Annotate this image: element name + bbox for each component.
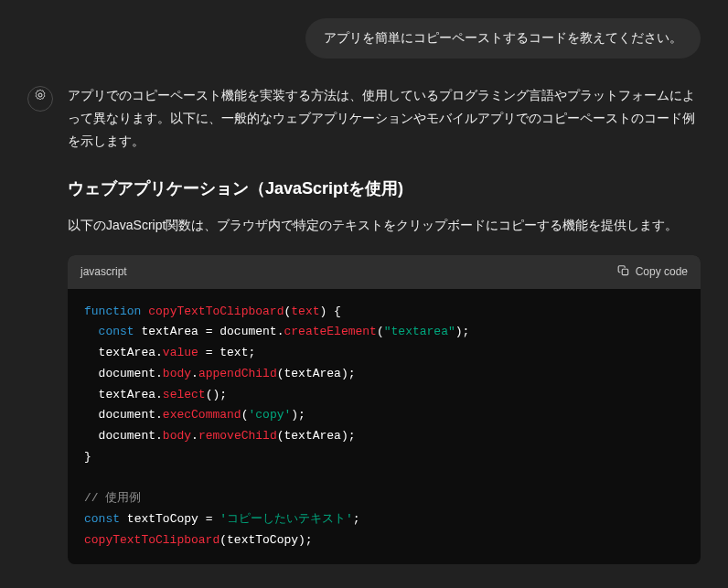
code-token: copyTextToClipboard xyxy=(148,305,284,318)
code-token: document xyxy=(99,408,155,422)
code-token: . xyxy=(191,367,198,380)
copy-code-label: Copy code xyxy=(636,265,688,278)
code-token: . xyxy=(155,429,163,443)
code-token: 'コピーしたいテキスト' xyxy=(219,512,353,526)
code-token: document xyxy=(99,429,155,443)
assistant-content: アプリでのコピーペースト機能を実装する方法は、使用しているプログラミング言語やプ… xyxy=(68,84,701,564)
code-token: text xyxy=(291,305,319,318)
code-token: . xyxy=(155,388,163,401)
code-token: body xyxy=(163,429,191,443)
code-token: ( xyxy=(377,325,384,338)
svg-rect-1 xyxy=(622,269,627,274)
code-token: = xyxy=(198,346,219,359)
code-token: document xyxy=(219,325,276,338)
openai-logo-icon xyxy=(33,88,48,110)
code-token: . xyxy=(155,408,163,422)
section-heading: ウェブアプリケーション（JavaScriptを使用) xyxy=(68,175,701,203)
code-token: body xyxy=(163,367,191,380)
code-token: ( xyxy=(277,429,284,443)
code-token: const xyxy=(84,512,120,526)
code-token: ); xyxy=(298,533,313,547)
code-token: const xyxy=(99,325,134,338)
code-token: textToCopy xyxy=(127,512,198,526)
code-token: = xyxy=(198,512,219,526)
code-token: copyTextToClipboard xyxy=(84,533,219,547)
code-token: ); xyxy=(291,408,305,422)
code-token: textArea xyxy=(141,325,198,338)
user-message-row: アプリを簡単にコピーペーストするコードを教えてください。 xyxy=(27,18,701,59)
code-token: ( xyxy=(277,367,284,380)
assistant-intro-paragraph: アプリでのコピーペースト機能を実装する方法は、使用しているプログラミング言語やプ… xyxy=(68,84,701,154)
code-token: textArea xyxy=(284,367,341,380)
code-token: "textarea" xyxy=(384,325,455,338)
code-token: text xyxy=(219,346,248,359)
code-token: createElement xyxy=(284,325,377,338)
code-language-label: javascript xyxy=(80,262,127,281)
code-token: ; xyxy=(248,346,255,359)
code-token: . xyxy=(155,367,163,380)
assistant-message-row: アプリでのコピーペースト機能を実装する方法は、使用しているプログラミング言語やプ… xyxy=(27,84,701,564)
svg-point-0 xyxy=(38,93,42,97)
code-token: . xyxy=(191,429,198,443)
code-token: ); xyxy=(341,429,356,443)
code-token: } xyxy=(84,450,91,464)
code-token: ) { xyxy=(320,305,341,318)
user-message-text: アプリを簡単にコピーペーストするコードを教えてください。 xyxy=(324,30,682,45)
code-token: (); xyxy=(206,388,227,401)
code-block-header: javascript Copy code xyxy=(68,255,701,288)
code-block: javascript Copy code function copyTextTo… xyxy=(68,255,701,563)
code-token: . xyxy=(155,346,163,359)
code-token: // 使用例 xyxy=(84,491,141,505)
code-content[interactable]: function copyTextToClipboard(text) { con… xyxy=(68,289,701,564)
code-token: document xyxy=(99,367,155,380)
code-token: . xyxy=(277,325,284,338)
copy-code-button[interactable]: Copy code xyxy=(617,264,688,280)
code-token: removeChild xyxy=(198,429,277,443)
section-description: 以下のJavaScript関数は、ブラウザ内で特定のテキストをクリップボードにコ… xyxy=(68,214,701,237)
code-token: textToCopy xyxy=(227,533,298,547)
code-token: value xyxy=(163,346,198,359)
code-token: ( xyxy=(219,533,227,547)
code-token: textArea xyxy=(99,346,155,359)
assistant-avatar xyxy=(27,86,53,112)
code-token: execCommand xyxy=(163,408,241,422)
code-token: = xyxy=(198,325,219,338)
code-token: textArea xyxy=(99,388,155,401)
code-token: 'copy' xyxy=(248,408,291,422)
code-token: ); xyxy=(341,367,356,380)
code-token: ); xyxy=(455,325,470,338)
code-token: textArea xyxy=(284,429,341,443)
code-token: select xyxy=(163,388,206,401)
code-token: appendChild xyxy=(198,367,277,380)
code-token: function xyxy=(84,305,141,318)
clipboard-icon xyxy=(617,264,630,280)
user-message-bubble: アプリを簡単にコピーペーストするコードを教えてください。 xyxy=(305,18,701,59)
code-token: ; xyxy=(353,512,360,526)
chat-container: アプリを簡単にコピーペーストするコードを教えてください。 アプリでのコピーペース… xyxy=(0,0,728,564)
